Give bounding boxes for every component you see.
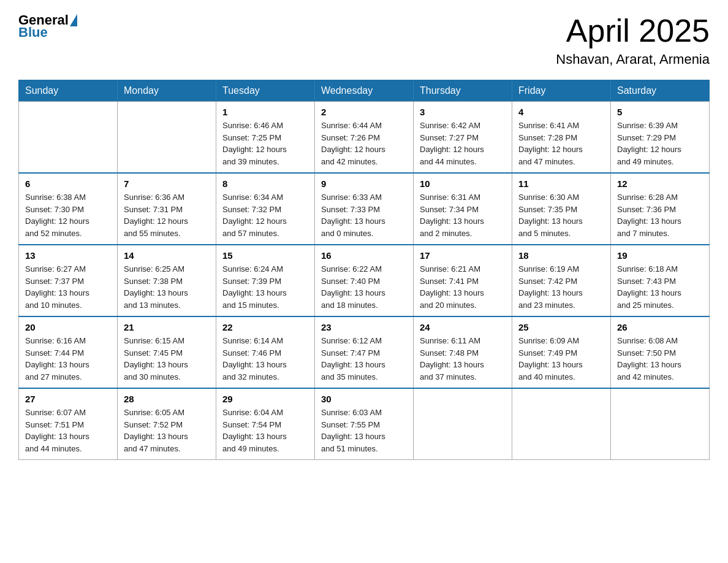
day-info: Sunrise: 6:15 AM Sunset: 7:45 PM Dayligh… (124, 335, 210, 383)
day-info: Sunrise: 6:16 AM Sunset: 7:44 PM Dayligh… (25, 335, 111, 383)
table-row: 4Sunrise: 6:41 AM Sunset: 7:28 PM Daylig… (512, 102, 611, 174)
location-title: Nshavan, Ararat, Armenia (556, 52, 710, 67)
day-number: 15 (222, 250, 308, 261)
table-row: 29Sunrise: 6:04 AM Sunset: 7:54 PM Dayli… (216, 388, 315, 460)
logo-blue-text: Blue (18, 25, 48, 40)
day-number: 16 (321, 250, 407, 261)
day-number: 6 (25, 178, 111, 189)
day-number: 30 (321, 394, 407, 404)
table-row: 30Sunrise: 6:03 AM Sunset: 7:55 PM Dayli… (315, 388, 414, 460)
header-saturday: Saturday (611, 80, 710, 102)
day-info: Sunrise: 6:39 AM Sunset: 7:29 PM Dayligh… (617, 120, 703, 167)
header-wednesday: Wednesday (315, 80, 414, 102)
day-number: 1 (222, 107, 308, 117)
day-number: 28 (124, 394, 210, 404)
table-row: 7Sunrise: 6:36 AM Sunset: 7:31 PM Daylig… (118, 173, 216, 245)
day-number: 4 (518, 107, 604, 117)
day-number: 12 (617, 178, 703, 189)
day-number: 19 (617, 250, 703, 261)
table-row: 8Sunrise: 6:34 AM Sunset: 7:32 PM Daylig… (216, 173, 315, 245)
table-row: 9Sunrise: 6:33 AM Sunset: 7:33 PM Daylig… (315, 173, 414, 245)
day-number: 24 (420, 322, 506, 332)
day-info: Sunrise: 6:38 AM Sunset: 7:30 PM Dayligh… (25, 191, 111, 239)
day-number: 18 (518, 250, 604, 261)
day-number: 17 (420, 250, 506, 261)
day-info: Sunrise: 6:25 AM Sunset: 7:38 PM Dayligh… (124, 263, 210, 311)
header-thursday: Thursday (414, 80, 512, 102)
day-number: 25 (518, 322, 604, 332)
table-row: 17Sunrise: 6:21 AM Sunset: 7:41 PM Dayli… (414, 245, 512, 316)
day-info: Sunrise: 6:31 AM Sunset: 7:34 PM Dayligh… (420, 191, 506, 239)
table-row: 27Sunrise: 6:07 AM Sunset: 7:51 PM Dayli… (19, 388, 118, 460)
day-info: Sunrise: 6:14 AM Sunset: 7:46 PM Dayligh… (222, 335, 308, 383)
table-row: 10Sunrise: 6:31 AM Sunset: 7:34 PM Dayli… (414, 173, 512, 245)
header-friday: Friday (512, 80, 611, 102)
table-row: 18Sunrise: 6:19 AM Sunset: 7:42 PM Dayli… (512, 245, 611, 316)
day-info: Sunrise: 6:18 AM Sunset: 7:43 PM Dayligh… (617, 263, 703, 311)
day-info: Sunrise: 6:34 AM Sunset: 7:32 PM Dayligh… (222, 191, 308, 239)
logo: General Blue (18, 12, 78, 40)
week-row-1: 1Sunrise: 6:46 AM Sunset: 7:25 PM Daylig… (19, 102, 710, 174)
table-row (512, 388, 611, 460)
day-number: 11 (518, 178, 604, 189)
day-info: Sunrise: 6:42 AM Sunset: 7:27 PM Dayligh… (420, 120, 506, 167)
table-row: 22Sunrise: 6:14 AM Sunset: 7:46 PM Dayli… (216, 316, 315, 388)
week-row-4: 20Sunrise: 6:16 AM Sunset: 7:44 PM Dayli… (19, 316, 710, 388)
day-info: Sunrise: 6:46 AM Sunset: 7:25 PM Dayligh… (222, 120, 308, 167)
table-row: 19Sunrise: 6:18 AM Sunset: 7:43 PM Dayli… (611, 245, 710, 316)
table-row: 5Sunrise: 6:39 AM Sunset: 7:29 PM Daylig… (611, 102, 710, 174)
day-info: Sunrise: 6:22 AM Sunset: 7:40 PM Dayligh… (321, 263, 407, 311)
table-row: 24Sunrise: 6:11 AM Sunset: 7:48 PM Dayli… (414, 316, 512, 388)
table-row: 28Sunrise: 6:05 AM Sunset: 7:52 PM Dayli… (118, 388, 216, 460)
day-info: Sunrise: 6:36 AM Sunset: 7:31 PM Dayligh… (124, 191, 210, 239)
day-info: Sunrise: 6:05 AM Sunset: 7:52 PM Dayligh… (124, 407, 210, 454)
day-number: 26 (617, 322, 703, 332)
day-info: Sunrise: 6:33 AM Sunset: 7:33 PM Dayligh… (321, 191, 407, 239)
day-number: 13 (25, 250, 111, 261)
day-number: 8 (222, 178, 308, 189)
table-row: 1Sunrise: 6:46 AM Sunset: 7:25 PM Daylig… (216, 102, 315, 174)
table-row: 16Sunrise: 6:22 AM Sunset: 7:40 PM Dayli… (315, 245, 414, 316)
day-info: Sunrise: 6:28 AM Sunset: 7:36 PM Dayligh… (617, 191, 703, 239)
month-title: April 2025 (556, 12, 710, 49)
day-info: Sunrise: 6:19 AM Sunset: 7:42 PM Dayligh… (518, 263, 604, 311)
table-row: 21Sunrise: 6:15 AM Sunset: 7:45 PM Dayli… (118, 316, 216, 388)
day-number: 3 (420, 107, 506, 117)
table-row: 25Sunrise: 6:09 AM Sunset: 7:49 PM Dayli… (512, 316, 611, 388)
weekday-header-row: Sunday Monday Tuesday Wednesday Thursday… (19, 80, 710, 102)
day-info: Sunrise: 6:08 AM Sunset: 7:50 PM Dayligh… (617, 335, 703, 383)
week-row-2: 6Sunrise: 6:38 AM Sunset: 7:30 PM Daylig… (19, 173, 710, 245)
day-info: Sunrise: 6:11 AM Sunset: 7:48 PM Dayligh… (420, 335, 506, 383)
table-row: 14Sunrise: 6:25 AM Sunset: 7:38 PM Dayli… (118, 245, 216, 316)
table-row: 3Sunrise: 6:42 AM Sunset: 7:27 PM Daylig… (414, 102, 512, 174)
table-row: 26Sunrise: 6:08 AM Sunset: 7:50 PM Dayli… (611, 316, 710, 388)
day-info: Sunrise: 6:12 AM Sunset: 7:47 PM Dayligh… (321, 335, 407, 383)
day-number: 5 (617, 107, 703, 117)
table-row (118, 102, 216, 174)
day-number: 2 (321, 107, 407, 117)
week-row-3: 13Sunrise: 6:27 AM Sunset: 7:37 PM Dayli… (19, 245, 710, 316)
day-info: Sunrise: 6:30 AM Sunset: 7:35 PM Dayligh… (518, 191, 604, 239)
table-row: 12Sunrise: 6:28 AM Sunset: 7:36 PM Dayli… (611, 173, 710, 245)
header-tuesday: Tuesday (216, 80, 315, 102)
page-header: General Blue April 2025 Nshavan, Ararat,… (18, 12, 710, 67)
table-row: 6Sunrise: 6:38 AM Sunset: 7:30 PM Daylig… (19, 173, 118, 245)
day-number: 29 (222, 394, 308, 404)
table-row (611, 388, 710, 460)
calendar-table: Sunday Monday Tuesday Wednesday Thursday… (18, 80, 710, 460)
title-block: April 2025 Nshavan, Ararat, Armenia (556, 12, 710, 67)
day-info: Sunrise: 6:44 AM Sunset: 7:26 PM Dayligh… (321, 120, 407, 167)
header-monday: Monday (118, 80, 216, 102)
table-row: 13Sunrise: 6:27 AM Sunset: 7:37 PM Dayli… (19, 245, 118, 316)
table-row: 20Sunrise: 6:16 AM Sunset: 7:44 PM Dayli… (19, 316, 118, 388)
table-row: 2Sunrise: 6:44 AM Sunset: 7:26 PM Daylig… (315, 102, 414, 174)
day-number: 27 (25, 394, 111, 404)
week-row-5: 27Sunrise: 6:07 AM Sunset: 7:51 PM Dayli… (19, 388, 710, 460)
day-info: Sunrise: 6:07 AM Sunset: 7:51 PM Dayligh… (25, 407, 111, 454)
day-number: 14 (124, 250, 210, 261)
day-number: 7 (124, 178, 210, 189)
day-number: 9 (321, 178, 407, 189)
logo-triangle-icon (70, 14, 77, 26)
header-sunday: Sunday (19, 80, 118, 102)
day-info: Sunrise: 6:21 AM Sunset: 7:41 PM Dayligh… (420, 263, 506, 311)
